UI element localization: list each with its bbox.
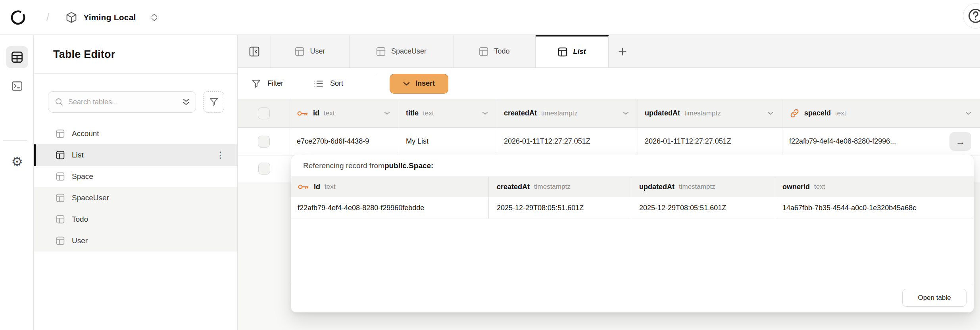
tab-label: SpaceUser [391, 47, 427, 56]
settings-button[interactable]: ⚙ [6, 150, 28, 173]
column-name: spaceId [804, 109, 831, 117]
top-bar: / Yiming Local [0, 0, 980, 35]
table-icon [56, 215, 65, 224]
chevron-down-icon[interactable] [965, 111, 971, 115]
table-icon [56, 151, 65, 159]
column-header-spaceid[interactable]: spaceId text [782, 99, 980, 127]
sidebar-item-spaceuser[interactable]: SpaceUser [34, 187, 237, 209]
popover-column-id: id text [291, 177, 489, 197]
select-all-checkbox[interactable] [258, 107, 270, 119]
open-table-button[interactable]: Open table [902, 289, 967, 307]
sidebar-item-account[interactable]: Account [34, 123, 237, 144]
row-checkbox[interactable] [258, 136, 270, 148]
table-filter-button[interactable] [203, 91, 224, 113]
goto-referenced-record-button[interactable]: → [949, 132, 971, 151]
chevrons-down-icon[interactable] [183, 99, 189, 105]
column-header-updatedat[interactable]: updatedAt timestamptz [638, 99, 782, 127]
column-type: timestamptz [684, 109, 721, 117]
collapse-sidebar-button[interactable] [238, 35, 271, 67]
chevron-down-icon[interactable] [623, 111, 629, 115]
chevron-down-icon [403, 82, 410, 86]
table-row[interactable]: e7ce270b-6d6f-4438-9 My List 2026-01-11T… [238, 128, 980, 155]
column-type: text [423, 109, 434, 117]
cell-spaceid-value: f22afb79-4ef4-4e08-8280-f2996... [789, 137, 896, 146]
app-logo-icon[interactable] [10, 10, 26, 25]
cell-createdat[interactable]: 2026-01-11T12:27:27.051Z [497, 128, 638, 155]
main-area: User SpaceUser Todo List Filter Sort [238, 35, 980, 330]
insert-button[interactable]: Insert [390, 74, 448, 94]
popover-footer: Open table [291, 283, 974, 312]
table-icon [56, 129, 65, 138]
column-name: updatedAt [639, 183, 674, 191]
grid-toolbar: Filter Sort Insert [238, 68, 980, 99]
terminal-nav-button[interactable] [6, 75, 28, 97]
column-type: text [325, 183, 335, 191]
tab-label: List [573, 48, 586, 56]
chevron-down-icon[interactable] [482, 111, 488, 115]
sort-label: Sort [330, 79, 343, 88]
insert-label: Insert [415, 79, 435, 88]
sort-button[interactable]: Sort [313, 79, 343, 88]
icon-rail: ⚙ [0, 35, 34, 330]
popover-title-table: public.Space: [384, 161, 434, 170]
cell-spaceid[interactable]: f22afb79-4ef4-4e08-8280-f2996... → [782, 128, 980, 155]
sidebar-item-user[interactable]: User [34, 230, 237, 251]
tab-spaceuser[interactable]: SpaceUser [350, 35, 453, 67]
tab-bar: User SpaceUser Todo List [238, 35, 980, 68]
row-checkbox[interactable] [258, 163, 270, 175]
primary-key-icon [298, 182, 309, 191]
sidebar-item-label: List [72, 151, 84, 159]
cell-id[interactable]: e7ce270b-6d6f-4438-9 [290, 128, 399, 155]
tab-todo[interactable]: Todo [453, 35, 536, 67]
column-name: ownerId [782, 183, 810, 191]
popover-cell-id[interactable]: f22afb79-4ef4-4e08-8280-f29960febdde [291, 197, 489, 219]
column-type: text [324, 109, 334, 117]
search-input[interactable] [68, 98, 178, 106]
sidebar-item-label: User [72, 236, 88, 245]
sidebar-item-todo[interactable]: Todo [34, 209, 237, 230]
column-header-id[interactable]: id text [290, 99, 399, 127]
column-name: updatedAt [645, 109, 680, 117]
project-name[interactable]: Yiming Local [83, 13, 136, 22]
sidebar-item-label: Account [72, 129, 99, 138]
foreign-key-link-icon [789, 108, 800, 119]
kebab-menu-icon[interactable]: ⋮ [216, 150, 225, 160]
cell-updatedat[interactable]: 2026-01-11T12:27:27.051Z [638, 128, 782, 155]
popover-title: Referencing record from public.Space: [291, 155, 974, 177]
sidebar: Table Editor Account List ⋮ [34, 35, 238, 330]
popover-cell-updatedat[interactable]: 2025-12-29T08:05:51.601Z [631, 197, 775, 219]
funnel-icon [209, 97, 219, 107]
referencing-record-popover: Referencing record from public.Space: id… [291, 155, 974, 313]
table-editor-nav-button[interactable] [6, 46, 28, 68]
filter-button[interactable]: Filter [252, 79, 283, 88]
table-list: Account List ⋮ Space SpaceUser Todo User [34, 123, 237, 251]
popover-cell-createdat[interactable]: 2025-12-29T08:05:51.601Z [489, 197, 631, 219]
chevron-down-icon[interactable] [767, 111, 773, 115]
new-tab-button[interactable] [609, 35, 636, 67]
search-icon [55, 98, 63, 106]
arrow-right-icon: → [956, 136, 965, 147]
page-title: Table Editor [53, 48, 115, 61]
popover-column-createdat: createdAt timestamptz [489, 177, 631, 197]
select-all-cell [238, 99, 290, 127]
sidebar-item-list[interactable]: List ⋮ [34, 144, 237, 166]
primary-key-icon [297, 109, 309, 118]
popover-cell-ownerid[interactable]: 14a67fbb-7b35-4544-a0c0-1e320b45a68c [775, 197, 974, 219]
project-switcher-icon[interactable] [151, 13, 158, 21]
column-header-createdat[interactable]: createdAt timestamptz [497, 99, 638, 127]
row-select-cell [238, 128, 290, 155]
cell-title[interactable]: My List [399, 128, 497, 155]
column-header-title[interactable]: title text [399, 99, 497, 127]
tab-list-active[interactable]: List [536, 35, 609, 67]
chevron-down-icon[interactable] [384, 111, 390, 115]
tab-user[interactable]: User [271, 35, 350, 67]
toolbar-divider [376, 75, 376, 92]
search-tables-box[interactable] [48, 91, 196, 113]
popover-data-row[interactable]: f22afb79-4ef4-4e08-8280-f29960febdde 202… [291, 197, 974, 219]
sidebar-item-space[interactable]: Space [34, 166, 237, 187]
column-type: timestamptz [534, 183, 571, 191]
table-icon [56, 172, 65, 181]
sidebar-item-label: Todo [72, 215, 88, 224]
column-name: createdAt [504, 109, 537, 117]
filter-label: Filter [267, 79, 283, 88]
